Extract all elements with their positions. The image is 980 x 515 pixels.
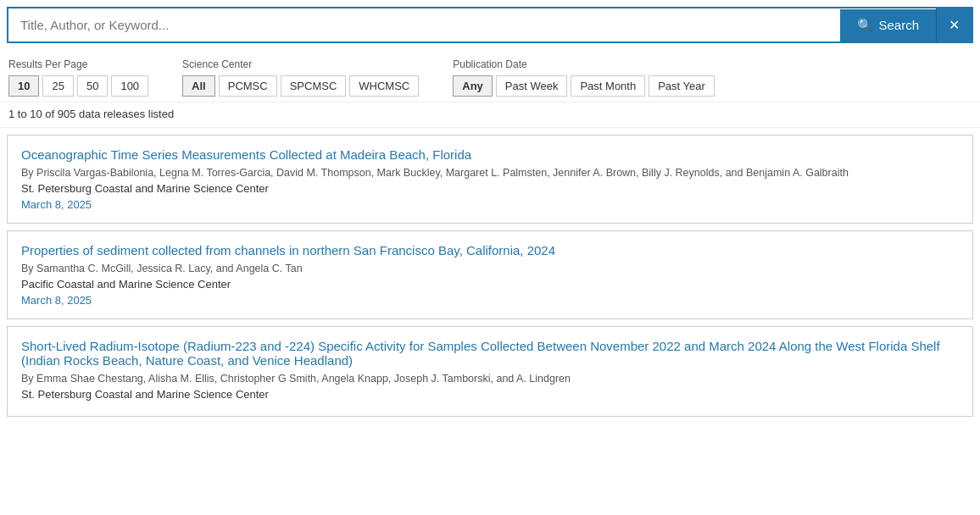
clear-button[interactable]: ✕ [936, 8, 972, 42]
result-title[interactable]: Short-Lived Radium-Isotope (Radium-223 a… [21, 339, 959, 368]
sc-pcmsc-button[interactable]: PCMSC [219, 75, 277, 97]
publication-date-buttons: Any Past Week Past Month Past Year [453, 75, 715, 97]
results-list: Oceanographic Time Series Measurements C… [0, 135, 980, 417]
pd-any-button[interactable]: Any [453, 75, 493, 97]
result-center: St. Petersburg Coastal and Marine Scienc… [21, 182, 959, 195]
publication-date-label: Publication Date [453, 58, 715, 70]
sc-all-button[interactable]: All [182, 75, 215, 97]
close-icon: ✕ [949, 18, 960, 32]
results-per-page-label: Results Per Page [8, 58, 148, 70]
result-authors: By Priscila Vargas-Babilonia, Legna M. T… [21, 167, 959, 179]
result-card: Short-Lived Radium-Isotope (Radium-223 a… [7, 326, 973, 417]
search-input[interactable] [8, 9, 840, 41]
result-date: March 8, 2025 [21, 198, 959, 211]
result-center: Pacific Coastal and Marine Science Cente… [21, 278, 959, 291]
result-title[interactable]: Properties of sediment collected from ch… [21, 243, 959, 258]
search-bar: 🔍 Search ✕ [7, 7, 973, 43]
result-date: March 8, 2025 [21, 294, 959, 307]
publication-date-group: Publication Date Any Past Week Past Mont… [453, 58, 715, 97]
rpp-10-button[interactable]: 10 [8, 75, 39, 97]
results-per-page-group: Results Per Page 10 25 50 100 [8, 58, 148, 97]
results-count: 1 to 10 of 905 data releases listed [0, 102, 980, 128]
result-card: Oceanographic Time Series Measurements C… [7, 135, 973, 224]
results-per-page-buttons: 10 25 50 100 [8, 75, 148, 97]
science-center-group: Science Center All PCMSC SPCMSC WHCMSC [182, 58, 419, 97]
search-button-label: Search [878, 18, 919, 32]
result-center: St. Petersburg Coastal and Marine Scienc… [21, 388, 959, 401]
sc-whcmsc-button[interactable]: WHCMSC [349, 75, 419, 97]
rpp-25-button[interactable]: 25 [42, 75, 73, 97]
result-title[interactable]: Oceanographic Time Series Measurements C… [21, 147, 959, 162]
science-center-label: Science Center [182, 58, 419, 70]
rpp-100-button[interactable]: 100 [111, 75, 148, 97]
search-button[interactable]: 🔍 Search [840, 9, 936, 42]
filters-area: Results Per Page 10 25 50 100 Science Ce… [0, 50, 980, 102]
sc-spcmsc-button[interactable]: SPCMSC [281, 75, 347, 97]
search-icon: 🔍 [857, 18, 873, 33]
pd-pastmonth-button[interactable]: Past Month [571, 75, 645, 97]
science-center-buttons: All PCMSC SPCMSC WHCMSC [182, 75, 419, 97]
rpp-50-button[interactable]: 50 [77, 75, 108, 97]
result-card: Properties of sediment collected from ch… [7, 230, 973, 319]
pd-pastyear-button[interactable]: Past Year [649, 75, 715, 97]
result-authors: By Emma Shae Chestang, Alisha M. Ellis, … [21, 373, 959, 385]
result-authors: By Samantha C. McGill, Jessica R. Lacy, … [21, 263, 959, 274]
pd-pastweek-button[interactable]: Past Week [496, 75, 568, 97]
